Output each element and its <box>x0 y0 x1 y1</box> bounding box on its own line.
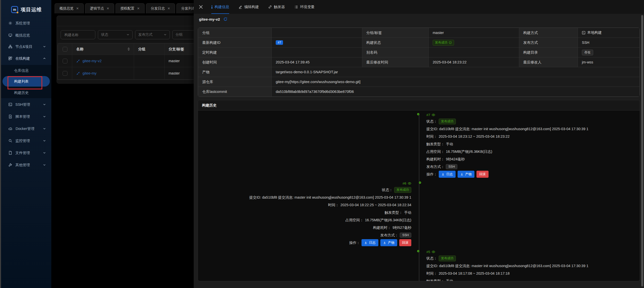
chevron-down-icon <box>43 115 46 118</box>
info-row: 定时构建 别名码 构建目录 存在 <box>198 48 640 57</box>
chevron-up-icon <box>43 57 46 60</box>
sidebar-item-ssh[interactable]: SSH管理 <box>0 99 51 110</box>
log-button[interactable]: 日志 <box>361 239 378 246</box>
sidebar-item-file[interactable]: 文件管理 <box>0 147 51 158</box>
sidebar-item-online-build[interactable]: 在线构建 <box>0 53 51 64</box>
download-icon <box>441 173 445 176</box>
history-entry: #5 状态：发布成功 提交ID: da510bf8 提交消息: master i… <box>419 249 640 281</box>
timeline-dot <box>417 113 419 115</box>
row-checkbox[interactable] <box>63 71 67 76</box>
build-history-timeline: #7 状态：发布成功 提交ID: da510bf8 提交消息: master i… <box>198 111 640 281</box>
artifact-button[interactable]: 产物 <box>458 171 474 178</box>
ssh-tag: SSH <box>400 233 411 238</box>
status-select[interactable]: 状态 <box>98 30 133 39</box>
close-icon[interactable]: ✕ <box>107 7 109 10</box>
drawer-close-button[interactable] <box>194 0 208 14</box>
shrink-arrows-icon <box>76 71 80 75</box>
info-row: 分组 分组/标签 master 构建方式 本地构建 <box>198 28 640 38</box>
tab-logic-node[interactable]: 逻辑节点✕ <box>85 3 114 13</box>
close-icon[interactable]: ✕ <box>137 7 140 10</box>
info-row: 源仓库 gitee-my[https://gitee.com/wushusong… <box>198 77 640 87</box>
chevron-down-icon <box>43 164 46 166</box>
sidebar-item-docker[interactable]: Docker管理 <box>0 123 51 134</box>
sidebar-item-system[interactable]: 系统管理 <box>0 18 51 29</box>
build-name-input[interactable] <box>64 32 92 37</box>
build-link[interactable]: gitee-my <box>83 71 97 75</box>
drawer-tab-edit-build[interactable]: 编辑构建 <box>238 0 259 14</box>
build-number: #6 <box>403 182 406 185</box>
build-history-title: 构建历史 <box>198 100 640 111</box>
info-row: 仓库lastcommit da510bf88ab9b9d97a73670f9d6… <box>198 87 640 97</box>
info-row: 产物 target/wss-demo-0.0.1-SNAPSHOT.jar <box>198 67 640 77</box>
chevron-down-icon <box>43 152 46 154</box>
log-button[interactable]: 日志 <box>439 171 456 178</box>
file-icon <box>8 151 12 155</box>
drawer-tab-trigger[interactable]: 触发器 <box>268 0 285 14</box>
gear-icon <box>8 21 12 25</box>
artifact-button[interactable]: 产物 <box>380 239 397 246</box>
chevron-down-icon <box>43 127 46 130</box>
status-badge: 发布成功 <box>439 256 456 261</box>
build-number: #7 <box>426 113 430 117</box>
drawer-scrollbar[interactable] <box>641 15 643 286</box>
app-root: m 项目运维 系统管理 概括总览 节点&项目 在线构建 仓库信息 构建列表 <box>0 0 644 288</box>
api-link-icon <box>268 5 272 9</box>
status-badge: 发布成功 <box>394 187 411 193</box>
wrench-icon <box>8 163 12 167</box>
cloud-icon <box>8 127 13 131</box>
chevron-down-icon <box>164 33 167 36</box>
build-link[interactable]: gitee-my-v2 <box>83 59 102 63</box>
eye-icon[interactable] <box>432 114 435 116</box>
eye-icon[interactable] <box>408 182 411 185</box>
info-icon <box>211 5 213 9</box>
sidebar-item-overview[interactable]: 概括总览 <box>0 30 51 41</box>
monitor-icon <box>8 33 12 37</box>
sidebar-item-script[interactable]: 脚本管理 <box>0 111 51 122</box>
page-tabstrip: 概括总览✕ 逻辑节点✕ 授权配置✕ 分发日志✕ 分发列表✕ <box>55 3 206 13</box>
history-entry: #6 状态：发布成功 提交ID: da510bf8 提交消息: master i… <box>198 181 419 246</box>
build-title: gitee-my-v2 <box>199 17 220 21</box>
list-icon <box>294 5 298 9</box>
tab-overview[interactable]: 概括总览✕ <box>55 3 84 13</box>
select-all-checkbox[interactable] <box>63 47 67 52</box>
terminal-icon <box>8 102 12 106</box>
sidebar-item-monitor[interactable]: 监控管理 <box>0 135 51 146</box>
close-icon <box>199 5 203 9</box>
chevron-down-icon <box>43 103 46 106</box>
sidebar: m 项目运维 系统管理 概括总览 节点&项目 在线构建 仓库信息 构建列表 <box>0 0 51 288</box>
chevron-down-icon <box>43 139 46 142</box>
tab-dispatch-log[interactable]: 分发日志✕ <box>146 3 175 13</box>
refresh-icon[interactable] <box>223 17 227 21</box>
timeline-dot <box>419 182 421 184</box>
window-edge <box>0 0 1 288</box>
build-info-drawer: 构建信息 编辑构建 触发器 环境变量 gitee-my-v2 <box>194 0 644 288</box>
eye-icon[interactable] <box>432 250 435 253</box>
build-icon <box>8 56 12 60</box>
tab-auth-config[interactable]: 授权配置✕ <box>115 3 145 13</box>
chevron-down-icon <box>127 33 129 36</box>
publish-method-select[interactable]: 发布方式 <box>135 30 170 39</box>
drawer-body: gitee-my-v2 分组 分组/标签 master 构建方式 本地构建 <box>194 14 644 288</box>
drawer-title-row: gitee-my-v2 <box>198 14 640 24</box>
script-file-icon <box>8 115 12 119</box>
row-checkbox[interactable] <box>63 59 67 63</box>
sidebar-item-nodes[interactable]: 节点&项目 <box>0 41 51 52</box>
build-number: #5 <box>426 250 430 254</box>
cluster-icon <box>8 45 12 49</box>
annotation-highlight-box <box>8 76 42 89</box>
sidebar-item-repo-info[interactable]: 仓库信息 <box>0 65 51 76</box>
sort-icon[interactable] <box>128 47 130 51</box>
code-terminal-icon <box>582 31 585 34</box>
drawer-tab-env-vars[interactable]: 环境变量 <box>294 0 315 14</box>
status-badge: 发布成功 <box>439 119 456 124</box>
close-icon[interactable]: ✕ <box>76 7 79 10</box>
info-circle-icon <box>449 41 452 44</box>
rollback-button[interactable]: 回滚 <box>399 239 411 246</box>
drawer-tab-build-info[interactable]: 构建信息 <box>211 0 229 14</box>
rollback-button[interactable]: 回滚 <box>476 171 489 178</box>
build-name-filter <box>61 30 95 39</box>
app-title: 项目运维 <box>21 6 42 13</box>
sidebar-item-other[interactable]: 其他管理 <box>0 159 51 170</box>
chevron-down-icon <box>43 45 46 48</box>
close-icon[interactable]: ✕ <box>168 7 170 10</box>
